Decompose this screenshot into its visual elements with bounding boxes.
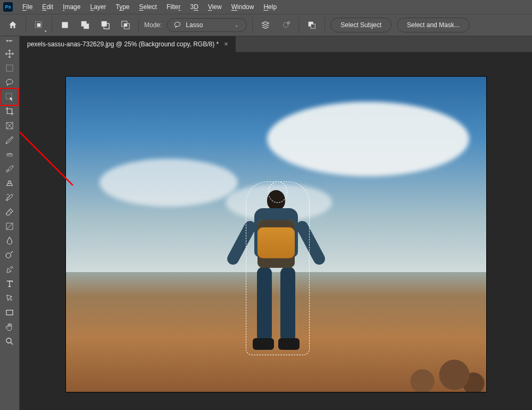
object-selection-tool[interactable] [3,90,16,104]
tool-preset-icon[interactable]: ▾ [31,18,46,32]
separator [138,18,139,32]
menu-filter[interactable]: Filter [162,2,185,12]
canvas[interactable] [66,77,486,392]
select-and-mask-button[interactable]: Select and Mask... [397,18,470,32]
zoom-tool[interactable] [3,334,16,348]
menu-bar: Ps File Edit Image Layer Type Select Fil… [0,0,532,14]
lasso-icon [173,21,181,29]
svg-line-23 [20,114,73,185]
scene-cloud [99,159,238,207]
separator [26,18,26,32]
menu-view[interactable]: View [204,2,226,12]
document-tab-bar: pexels-sassu-anas-732629.jpg @ 25% (Back… [20,36,532,52]
eyedropper-tool[interactable] [3,133,16,147]
scene-person [239,190,313,360]
move-tool[interactable] [3,47,16,61]
menu-edit[interactable]: Edit [38,2,57,12]
svg-point-20 [6,253,11,258]
brush-tool[interactable] [3,162,16,176]
frame-tool[interactable] [3,119,16,133]
main-area: pexels-sassu-anas-732629.jpg @ 25% (Back… [20,36,532,410]
content-area: ▶▶ pexels-sassu- [0,36,532,410]
svg-rect-21 [6,310,13,315]
separator [298,18,299,32]
gradient-tool[interactable] [3,219,16,233]
dodge-tool[interactable] [3,248,16,262]
menu-select[interactable]: Select [135,2,161,12]
separator [325,18,325,32]
svg-point-22 [6,338,11,343]
mode-select[interactable]: Lasso ⌄ [167,18,247,32]
home-icon[interactable] [5,18,20,32]
document-tab[interactable]: pexels-sassu-anas-732629.jpg @ 25% (Back… [20,36,236,52]
scene-rocks [380,349,486,392]
hand-tool[interactable] [3,320,16,334]
svg-rect-1 [37,23,41,27]
svg-rect-9 [124,23,127,26]
menu-image[interactable]: Image [59,2,85,12]
tab-title: pexels-sassu-anas-732629.jpg @ 25% (Back… [27,40,219,48]
menu-layer[interactable]: Layer [86,2,110,12]
path-selection-tool[interactable] [3,291,16,305]
canvas-area[interactable] [20,52,532,410]
menu-file[interactable]: File [18,2,37,12]
svg-rect-2 [62,22,68,28]
blur-tool[interactable] [3,234,16,248]
close-tab-icon[interactable]: × [224,40,228,48]
toolbox-panel: ▶▶ [0,36,20,410]
svg-rect-17 [7,154,13,156]
crop-tool[interactable] [3,104,16,118]
menu-help[interactable]: Help [259,2,281,12]
options-bar: ▾ Mode: Lasso ⌄ Select Subject Select an… [0,14,532,36]
new-selection-icon[interactable] [57,18,72,32]
separator [252,18,253,32]
ps-logo: Ps [3,2,13,12]
svg-point-10 [284,23,288,28]
healing-brush-tool[interactable] [3,147,16,161]
object-subtract-icon[interactable] [304,18,319,32]
chevron-down-icon: ⌄ [235,22,239,28]
mode-label: Mode: [144,21,162,29]
add-to-selection-icon[interactable] [78,18,93,32]
select-subject-button[interactable]: Select Subject [330,18,392,32]
menu-3d[interactable]: 3D [186,2,203,12]
expand-toolbox-icon[interactable]: ▶▶ [0,38,19,42]
svg-rect-4 [84,23,89,29]
svg-rect-13 [311,24,315,28]
history-brush-tool[interactable] [3,191,16,204]
svg-rect-14 [6,65,13,71]
scene-cloud [267,102,469,176]
lasso-tool[interactable] [3,76,16,89]
sample-all-layers-icon[interactable] [258,18,273,32]
menu-window[interactable]: Window [227,2,259,12]
svg-point-11 [288,22,290,24]
rectangle-tool[interactable] [3,306,16,319]
menu-type[interactable]: Type [111,2,134,12]
marquee-tool[interactable] [3,61,16,75]
eraser-tool[interactable] [3,205,16,219]
enhance-edge-icon[interactable] [278,18,293,32]
pen-tool[interactable] [3,263,16,276]
intersect-selection-icon[interactable] [118,18,133,32]
clone-stamp-tool[interactable] [3,176,16,190]
type-tool[interactable] [3,277,16,291]
separator [52,18,52,32]
mode-value: Lasso [186,21,203,29]
subtract-from-selection-icon[interactable] [98,18,113,32]
toolbox [3,47,16,348]
